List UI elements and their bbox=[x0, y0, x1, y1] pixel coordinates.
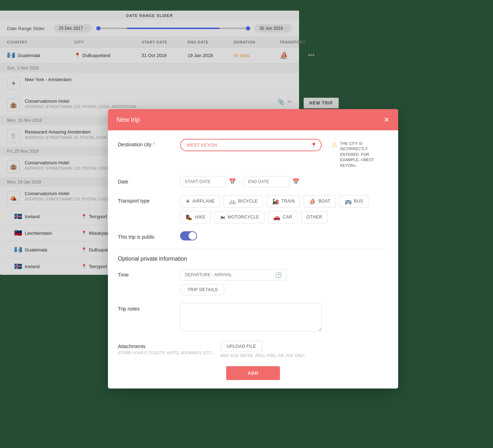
end-date-input[interactable] bbox=[243, 176, 290, 187]
other-label: OTHER bbox=[306, 215, 322, 220]
attachments-subtitle: STORE YOUR E-TICKETS, HOTEL BOOKINGS, ET… bbox=[118, 351, 215, 355]
new-trip-modal: New trip ✕ Destination city * 📍 ⚠ THE CI… bbox=[108, 109, 398, 389]
public-toggle[interactable] bbox=[180, 231, 197, 240]
time-label: Time bbox=[118, 269, 174, 278]
bus-label: BUS bbox=[354, 199, 363, 204]
start-date-input[interactable] bbox=[180, 176, 226, 187]
upload-file-button[interactable]: UPLOAD FILE bbox=[220, 341, 262, 352]
modal-header: New trip ✕ bbox=[108, 109, 398, 130]
trip-details-button[interactable]: TRIP DETAILS bbox=[180, 284, 225, 295]
modal-title: New trip bbox=[116, 116, 140, 124]
boat-label: BOAT bbox=[319, 199, 331, 204]
toggle-wrapper bbox=[180, 231, 388, 240]
trip-notes-label: Trip notes bbox=[118, 303, 174, 312]
transport-row: Transport type ✈ AIRPLANE 🚲 BICYCLE 🚂 TR… bbox=[118, 195, 388, 223]
destination-pin-icon: 📍 bbox=[311, 142, 317, 148]
section-divider bbox=[118, 248, 388, 249]
date-separator: - bbox=[239, 179, 241, 185]
transport-label: Transport type bbox=[118, 195, 174, 204]
attachments-control-area: UPLOAD FILE MAX SIZE 500 KB, JPEG, PNG, … bbox=[220, 341, 388, 358]
attachments-row: Attachments STORE YOUR E-TICKETS, HOTEL … bbox=[118, 341, 388, 358]
public-control-area bbox=[180, 231, 388, 240]
hike-label: HIKE bbox=[195, 215, 206, 220]
error-warning-icon: ⚠ bbox=[332, 141, 337, 149]
bicycle-icon: 🚲 bbox=[229, 198, 236, 205]
car-icon: 🚗 bbox=[273, 214, 281, 221]
trip-notes-row: Trip notes bbox=[118, 303, 388, 333]
end-date-calendar-icon[interactable]: 📅 bbox=[292, 178, 299, 185]
car-label: CAR bbox=[283, 215, 292, 220]
modal-body: Destination city * 📍 ⚠ THE CITY IS INCOR… bbox=[108, 130, 398, 389]
transport-boat[interactable]: ⛵ BOAT bbox=[304, 195, 336, 208]
hike-icon: 🥾 bbox=[185, 214, 193, 221]
date-label: Date bbox=[118, 176, 174, 185]
train-icon: 🚂 bbox=[272, 198, 279, 205]
upload-hint: MAX SIZE 500 KB, JPEG, PNG, GIF, PDF ONL… bbox=[220, 353, 388, 358]
destination-input-wrapper: 📍 bbox=[180, 139, 322, 151]
start-date-calendar-icon[interactable]: 📅 bbox=[229, 178, 236, 185]
bicycle-label: BICYCLE bbox=[238, 199, 258, 204]
transport-airplane[interactable]: ✈ AIRPLANE bbox=[180, 195, 220, 208]
required-star: * bbox=[153, 142, 155, 147]
transport-bicycle[interactable]: 🚲 BICYCLE bbox=[224, 195, 263, 208]
destination-label: Destination city * bbox=[118, 139, 174, 147]
time-input-wrapper: 🕐 bbox=[180, 269, 286, 280]
bus-icon: 🚌 bbox=[345, 198, 352, 205]
trip-notes-textarea[interactable] bbox=[180, 303, 322, 331]
transport-grid: ✈ AIRPLANE 🚲 BICYCLE 🚂 TRAIN ⛵ BOAT bbox=[180, 195, 388, 208]
destination-row: Destination city * 📍 ⚠ THE CITY IS INCOR… bbox=[118, 139, 388, 168]
transport-grid-row2: 🥾 HIKE 🏍 MOTORCYCLE 🚗 CAR OTHER bbox=[180, 211, 388, 223]
train-label: TRAIN bbox=[281, 199, 295, 204]
transport-bus[interactable]: 🚌 BUS bbox=[339, 195, 369, 208]
optional-section-title: Optional private information bbox=[118, 256, 388, 262]
transport-car[interactable]: 🚗 CAR bbox=[268, 211, 297, 223]
airplane-label: AIRPLANE bbox=[193, 199, 215, 204]
destination-control-area: 📍 ⚠ THE CITY IS INCORRECTLY ENTERED. FOR… bbox=[180, 139, 388, 168]
time-row: Time 🕐 TRIP DETAILS bbox=[118, 269, 388, 295]
destination-error: ⚠ THE CITY IS INCORRECTLY ENTERED. FOR E… bbox=[332, 139, 388, 168]
time-input[interactable] bbox=[180, 269, 286, 280]
transport-motorcycle[interactable]: 🏍 MOTORCYCLE bbox=[214, 211, 265, 223]
date-control-area: 📅 - 📅 bbox=[180, 176, 388, 187]
time-control-area: 🕐 TRIP DETAILS bbox=[180, 269, 388, 295]
airplane-icon: ✈ bbox=[185, 198, 190, 205]
boat-transport-icon: ⛵ bbox=[309, 198, 316, 205]
destination-input[interactable] bbox=[180, 139, 322, 151]
transport-control-area: ✈ AIRPLANE 🚲 BICYCLE 🚂 TRAIN ⛵ BOAT bbox=[180, 195, 388, 223]
transport-hike[interactable]: 🥾 HIKE bbox=[180, 211, 211, 223]
motorcycle-label: MOTORCYCLE bbox=[228, 215, 259, 220]
motorcycle-icon: 🏍 bbox=[220, 214, 226, 220]
transport-other[interactable]: OTHER bbox=[301, 211, 328, 223]
toggle-knob bbox=[189, 232, 196, 240]
attachments-label-area: Attachments STORE YOUR E-TICKETS, HOTEL … bbox=[118, 341, 215, 355]
modal-close-button[interactable]: ✕ bbox=[384, 115, 390, 124]
public-row: This trip is public bbox=[118, 231, 388, 240]
error-text: THE CITY IS INCORRECTLY ENTERED. FOR EXA… bbox=[340, 139, 388, 168]
public-label: This trip is public bbox=[118, 231, 174, 240]
trip-notes-control-area bbox=[180, 303, 388, 333]
add-button[interactable]: ADD bbox=[226, 366, 280, 380]
attachments-label: Attachments bbox=[118, 341, 174, 349]
clock-icon: 🕐 bbox=[275, 271, 282, 278]
date-row: Date 📅 - 📅 bbox=[118, 176, 388, 187]
date-inputs: 📅 - 📅 bbox=[180, 176, 388, 187]
transport-train[interactable]: 🚂 TRAIN bbox=[266, 195, 300, 208]
